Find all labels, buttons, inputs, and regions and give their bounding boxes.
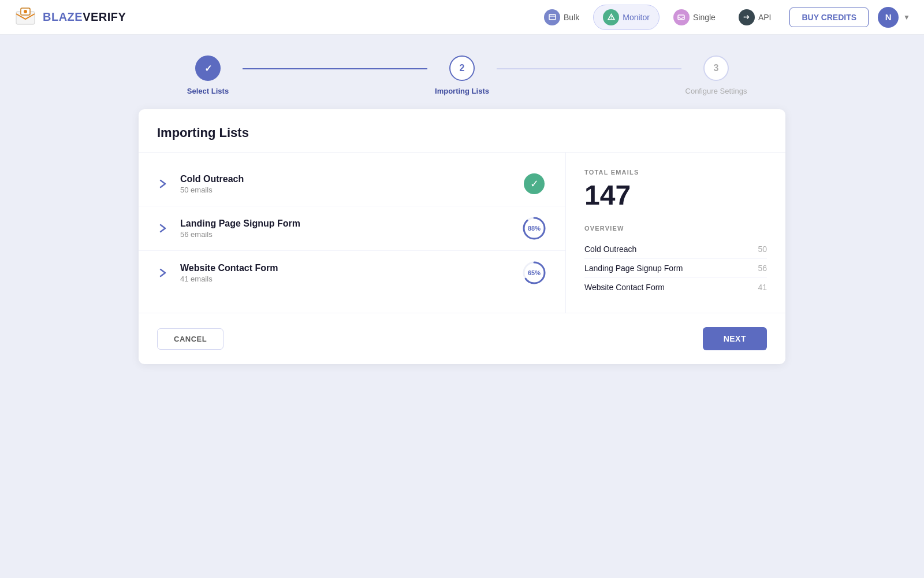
- nav-bulk-label: Bulk: [564, 13, 579, 22]
- progress-ring-65: 65%: [521, 260, 547, 286]
- main-content: Importing Lists Cold Outreach 50 emails …: [116, 109, 808, 364]
- monitor-icon: [603, 9, 619, 25]
- step-circle-3: 3: [703, 55, 729, 81]
- list-item: Website Contact Form 41 emails 65%: [139, 251, 565, 295]
- list-name-1: Cold Outreach: [180, 174, 512, 184]
- api-icon: [739, 9, 755, 25]
- svg-point-2: [24, 10, 27, 13]
- logo-icon: [14, 6, 37, 29]
- buy-credits-button[interactable]: BUY CREDITS: [789, 8, 869, 27]
- bulk-icon: [544, 9, 560, 25]
- svg-point-6: [744, 17, 745, 18]
- avatar[interactable]: N: [878, 7, 899, 28]
- step-label-3: Configure Settings: [685, 87, 747, 95]
- list-name-3: Website Contact Form: [180, 263, 512, 273]
- list-name-2: Landing Page Signup Form: [180, 218, 512, 229]
- list-status-2: 88%: [521, 216, 547, 241]
- header: BLAZEVERIFY Bulk Monitor Single API: [0, 0, 924, 35]
- step-label-2: Importing Lists: [435, 87, 489, 95]
- next-button[interactable]: NEXT: [703, 327, 767, 350]
- card-header: Importing Lists: [139, 109, 785, 153]
- card-footer: CANCEL NEXT: [139, 313, 785, 364]
- overview-name-2: Landing Page Signup Form: [584, 264, 683, 273]
- logo-text: BLAZEVERIFY: [43, 10, 126, 24]
- list-count-1: 50 emails: [180, 186, 512, 194]
- overview-name-1: Cold Outreach: [584, 244, 636, 254]
- svg-point-4: [610, 18, 612, 19]
- overview-row: Cold Outreach 50: [584, 240, 767, 259]
- total-emails-label: TOTAL EMAILS: [584, 169, 767, 176]
- list-chevron-icon: [157, 223, 171, 234]
- list-status-1: ✓: [521, 171, 547, 197]
- logo-area: BLAZEVERIFY: [14, 6, 535, 29]
- overview-count-2: 56: [758, 264, 767, 273]
- progress-ring-88: 88%: [521, 216, 547, 241]
- card: Importing Lists Cold Outreach 50 emails …: [139, 109, 785, 364]
- lists-panel: Cold Outreach 50 emails ✓ Landing Page S…: [139, 153, 566, 313]
- nav-single[interactable]: Single: [664, 5, 725, 29]
- nav-bulk[interactable]: Bulk: [535, 5, 588, 29]
- progress-label-88: 88%: [528, 225, 541, 232]
- single-icon: [673, 9, 690, 25]
- nav-right: Bulk Monitor Single API BUY CREDITS N ▼: [535, 5, 910, 30]
- overview-count-1: 50: [758, 244, 767, 254]
- nav-single-label: Single: [693, 13, 716, 22]
- step-importing-lists: 2 Importing Lists: [427, 55, 497, 95]
- nav-monitor-label: Monitor: [623, 13, 650, 22]
- nav-api[interactable]: API: [729, 5, 781, 29]
- overview-count-3: 41: [758, 283, 767, 292]
- total-emails-value: 147: [584, 179, 767, 211]
- overview-rows: Cold Outreach 50 Landing Page Signup For…: [584, 240, 767, 297]
- card-body: Cold Outreach 50 emails ✓ Landing Page S…: [139, 153, 785, 313]
- list-item: Cold Outreach 50 emails ✓: [139, 162, 565, 206]
- svg-rect-3: [549, 14, 556, 20]
- step-circle-1: ✓: [195, 55, 221, 81]
- progress-label-65: 65%: [528, 269, 541, 276]
- cancel-button[interactable]: CANCEL: [157, 328, 223, 350]
- step-configure-settings: 3 Configure Settings: [681, 55, 751, 95]
- stepper: ✓ Select Lists 2 Importing Lists 3 Confi…: [173, 55, 751, 95]
- list-count-2: 56 emails: [180, 230, 512, 239]
- list-info-3: Website Contact Form 41 emails: [180, 263, 512, 283]
- nav-api-label: API: [758, 13, 772, 22]
- nav-monitor[interactable]: Monitor: [593, 5, 660, 30]
- step-label-1: Select Lists: [187, 87, 229, 95]
- step-connector-2: [497, 68, 681, 69]
- list-item: Landing Page Signup Form 56 emails 88%: [139, 206, 565, 251]
- step-circle-2: 2: [449, 55, 475, 81]
- stepper-area: ✓ Select Lists 2 Importing Lists 3 Confi…: [0, 35, 924, 109]
- step-select-lists: ✓ Select Lists: [173, 55, 243, 95]
- chevron-down-icon[interactable]: ▼: [903, 13, 910, 21]
- page-title: Importing Lists: [157, 125, 767, 140]
- check-icon-1: ✓: [524, 173, 545, 194]
- overview-row: Website Contact Form 41: [584, 278, 767, 297]
- step-connector-1: [243, 68, 427, 69]
- list-status-3: 65%: [521, 260, 547, 286]
- list-chevron-icon: [157, 178, 171, 190]
- summary-panel: TOTAL EMAILS 147 OVERVIEW Cold Outreach …: [566, 153, 785, 313]
- overview-label: OVERVIEW: [584, 225, 767, 232]
- list-info-2: Landing Page Signup Form 56 emails: [180, 218, 512, 239]
- list-chevron-icon: [157, 267, 171, 279]
- list-info-1: Cold Outreach 50 emails: [180, 174, 512, 194]
- list-count-3: 41 emails: [180, 275, 512, 283]
- overview-row: Landing Page Signup Form 56: [584, 259, 767, 278]
- overview-name-3: Website Contact Form: [584, 283, 665, 292]
